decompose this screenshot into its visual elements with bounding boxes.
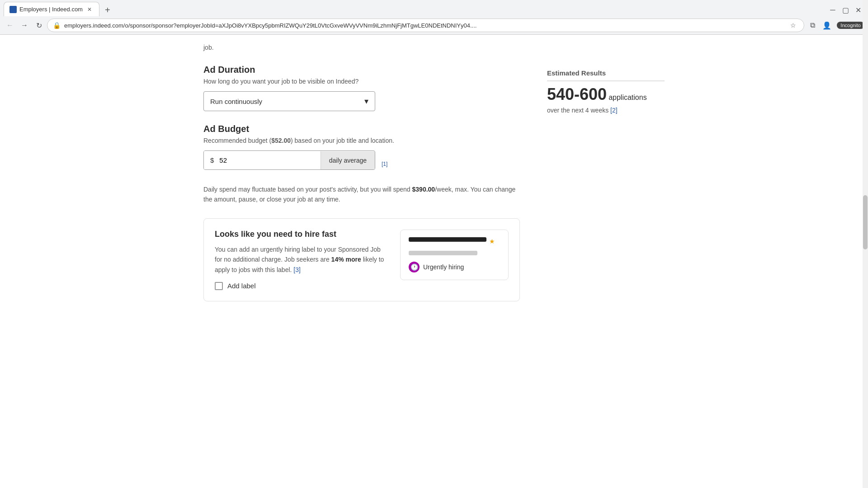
urgently-preview-card: ★ 🕐 Urgently hiring xyxy=(400,230,509,280)
incognito-badge: Incognito xyxy=(837,22,864,29)
estimated-results-title: Estimated Results xyxy=(547,69,665,81)
spend-prefix: Daily spend may fluctuate based on your … xyxy=(203,186,412,193)
preview-star-icon: ★ xyxy=(489,238,495,245)
profile-button[interactable]: 👤 xyxy=(821,19,833,32)
forward-button[interactable]: → xyxy=(18,19,31,32)
daily-average-button[interactable]: daily average xyxy=(321,151,375,169)
add-label-row: Add label xyxy=(215,282,387,290)
ad-budget-section: Ad Budget Recommended budget ($52.00) ba… xyxy=(203,124,520,177)
spend-info: Daily spend may fluctuate based on your … xyxy=(203,184,520,205)
dropdown-value: Run continuously xyxy=(210,98,262,105)
dollar-sign: $ xyxy=(204,151,217,169)
preview-line-medium xyxy=(409,251,477,255)
ad-duration-title: Ad Duration xyxy=(203,65,520,75)
lock-icon: 🔒 xyxy=(53,22,61,29)
budget-desc-prefix: Recommended budget ( xyxy=(203,137,271,144)
address-bar[interactable]: 🔒 employers.indeed.com/o/sponsor/sponsor… xyxy=(47,19,804,32)
extensions-button[interactable]: ⧉ xyxy=(806,19,819,32)
estimated-range: 540-600 xyxy=(547,85,607,103)
est-sub-text: over the next 4 weeks xyxy=(547,107,609,114)
budget-input-wrapper: $ daily average [1] xyxy=(203,150,520,177)
ad-duration-desc: How long do you want your job to be visi… xyxy=(203,78,520,85)
page-content: job. Ad Duration How long do you want yo… xyxy=(185,35,683,319)
preview-line-long xyxy=(409,237,486,242)
address-bar-row: ← → ↻ 🔒 employers.indeed.com/o/sponsor/s… xyxy=(0,16,868,34)
add-label-checkbox[interactable] xyxy=(215,282,223,290)
left-column: Ad Duration How long do you want your jo… xyxy=(203,65,520,301)
refresh-button[interactable]: ↻ xyxy=(33,19,45,32)
main-layout: Ad Duration How long do you want your jo… xyxy=(203,65,665,301)
active-tab[interactable]: Employers | Indeed.com ✕ xyxy=(4,2,99,16)
urgently-label-text: Urgently hiring xyxy=(423,263,464,271)
dropdown-arrow-icon: ▾ xyxy=(364,96,368,106)
tab-bar: Employers | Indeed.com ✕ + ─ ▢ ✕ xyxy=(0,0,868,16)
ad-budget-desc: Recommended budget ($52.00) based on you… xyxy=(203,137,520,144)
budget-input-row: $ daily average xyxy=(203,150,375,170)
recommended-amount: $52.00 xyxy=(271,137,291,144)
percentage-more: 14% more xyxy=(331,256,361,263)
budget-desc-suffix: ) based on your job title and location. xyxy=(291,137,394,144)
new-tab-button[interactable]: + xyxy=(101,4,114,16)
tab-title: Employers | Indeed.com xyxy=(19,6,83,13)
scrollbar-track[interactable] xyxy=(863,0,868,319)
estimated-number-row: 540-600applications xyxy=(547,85,665,104)
tab-favicon xyxy=(9,6,17,13)
preview-title-line: ★ xyxy=(409,237,500,246)
tab-close-button[interactable]: ✕ xyxy=(85,5,94,14)
urgently-badge: 🕐 Urgently hiring xyxy=(409,262,500,272)
hire-fast-desc: You can add an urgently hiring label to … xyxy=(215,244,387,275)
hire-fast-title: Looks like you need to hire fast xyxy=(215,230,387,239)
ad-duration-dropdown[interactable]: Run continuously ▾ xyxy=(203,91,375,111)
hire-fast-card: Looks like you need to hire fast You can… xyxy=(203,218,520,301)
estimated-results: Estimated Results 540-600applications ov… xyxy=(547,65,665,114)
browser-chrome: Employers | Indeed.com ✕ + ─ ▢ ✕ ← → ↻ 🔒… xyxy=(0,0,868,35)
minimize-button[interactable]: ─ xyxy=(826,4,839,16)
spend-max: $390.00 xyxy=(412,186,435,193)
budget-footnote-ref: [1] xyxy=(382,161,387,167)
estimated-unit: applications xyxy=(609,94,647,101)
address-text: employers.indeed.com/o/sponsor/sponsor?e… xyxy=(64,22,784,29)
bookmark-button[interactable]: ☆ xyxy=(788,20,798,31)
est-footnote-link[interactable]: [2] xyxy=(610,107,618,114)
hire-fast-footnote[interactable]: [3] xyxy=(293,266,301,273)
back-button[interactable]: ← xyxy=(4,19,16,32)
urgently-clock-icon: 🕐 xyxy=(409,262,420,272)
ad-duration-section: Ad Duration How long do you want your jo… xyxy=(203,65,520,111)
right-column: Estimated Results 540-600applications ov… xyxy=(547,65,665,114)
ad-budget-title: Ad Budget xyxy=(203,124,520,134)
maximize-button[interactable]: ▢ xyxy=(839,4,852,16)
scrollbar-thumb[interactable] xyxy=(863,195,868,249)
estimated-sub: over the next 4 weeks [2] xyxy=(547,107,665,114)
budget-input[interactable] xyxy=(217,151,320,169)
hire-fast-layout: Looks like you need to hire fast You can… xyxy=(215,230,509,290)
hire-fast-text: Looks like you need to hire fast You can… xyxy=(215,230,387,290)
add-label-text: Add label xyxy=(227,282,256,290)
top-text: job. xyxy=(203,44,665,51)
address-bar-actions: ☆ xyxy=(788,20,798,31)
